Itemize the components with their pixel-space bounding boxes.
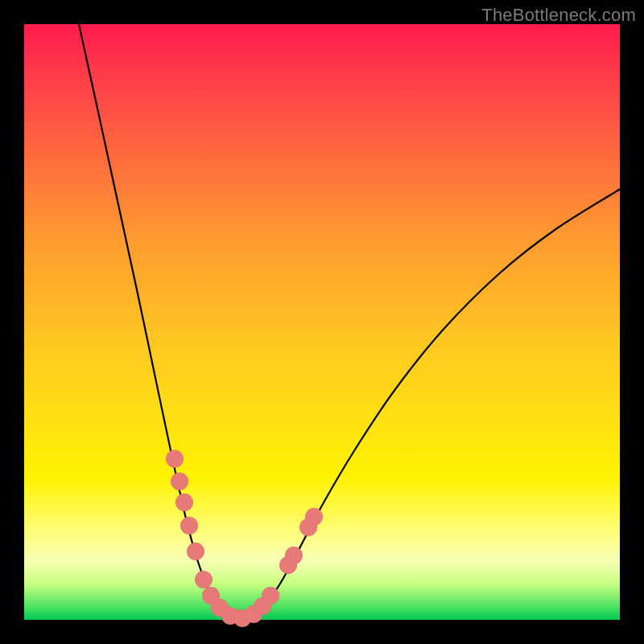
chart-svg [24,24,620,620]
data-marker [305,508,323,526]
watermark-text: TheBottleneck.com [481,5,636,26]
data-marker [166,450,184,468]
data-marker [187,543,204,560]
data-marker [262,587,279,605]
data-marker [195,571,213,588]
plot-area [24,24,620,620]
marker-group [166,450,323,627]
data-marker [175,493,193,511]
outer-frame: TheBottleneck.com [0,0,644,644]
data-marker [180,517,198,535]
bottleneck-curve [79,24,620,620]
data-marker [285,547,303,564]
data-marker [171,473,188,490]
